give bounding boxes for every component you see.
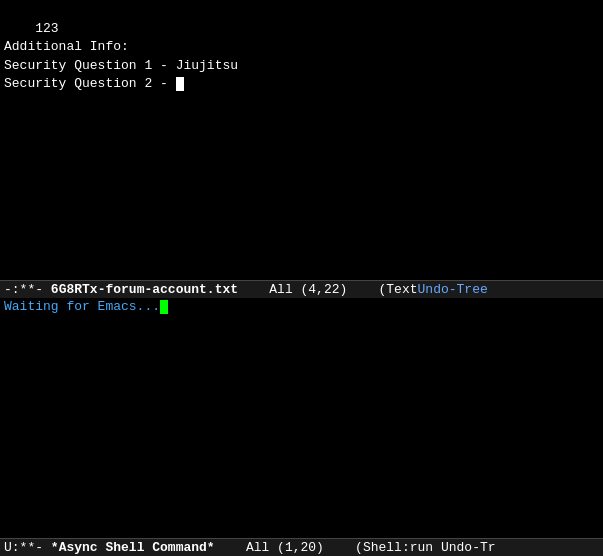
- mode-line-status: -:**-: [4, 282, 43, 297]
- line-2: Additional Info:: [4, 39, 129, 54]
- bottom-mode-modes: (Shell:run Undo-Tr: [355, 540, 495, 555]
- mode-line-filename: 6G8RTx-forum-account.txt: [51, 282, 238, 297]
- bottom-mode-line: U:**- *Async Shell Command* All (1,20) (…: [0, 538, 603, 556]
- bottom-mode-position: All (1,20): [246, 540, 324, 555]
- mode-line-position: All (4,22): [269, 282, 347, 297]
- bottom-mode-filename: *Async Shell Command*: [51, 540, 215, 555]
- main-mode-line: -:**- 6G8RTx-forum-account.txt All (4,22…: [0, 280, 603, 298]
- bottom-mode-status: U:**-: [4, 540, 43, 555]
- minibuffer[interactable]: Waiting for Emacs...: [0, 298, 603, 318]
- mode-line-modes: (Text: [379, 282, 418, 297]
- lower-buffer[interactable]: [0, 318, 603, 538]
- main-cursor: [176, 77, 184, 91]
- mode-line-undo: Undo-Tree: [418, 282, 488, 297]
- emacs-editor: 123 Additional Info: Security Question 1…: [0, 0, 603, 556]
- minibuffer-text: Waiting for Emacs...: [4, 299, 160, 314]
- minibuffer-cursor: [160, 300, 168, 314]
- line-4-prefix: Security Question 2 -: [4, 76, 176, 91]
- line-1: 123: [35, 21, 58, 36]
- line-3: Security Question 1 - Jiujitsu: [4, 58, 238, 73]
- main-buffer[interactable]: 123 Additional Info: Security Question 1…: [0, 0, 603, 280]
